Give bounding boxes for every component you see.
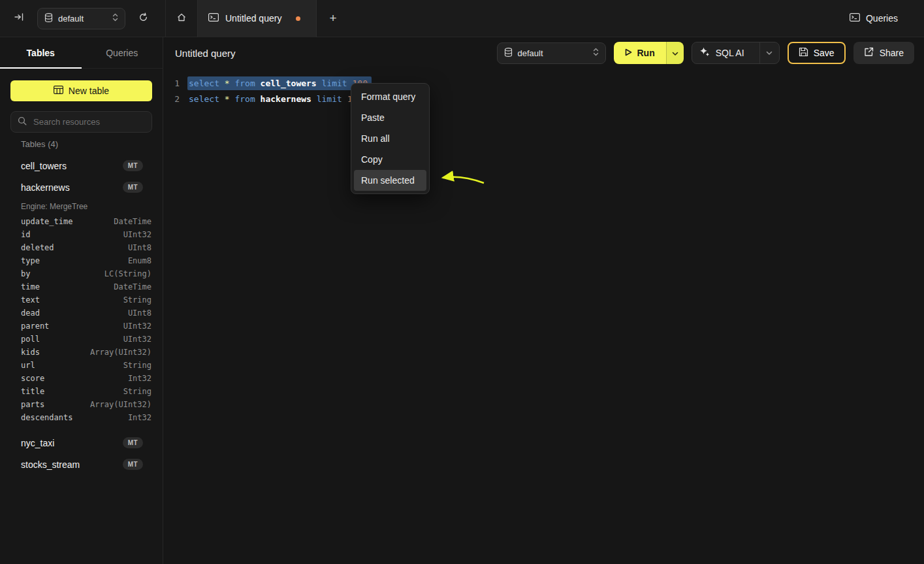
code-token	[255, 78, 261, 88]
code-line[interactable]: 1select * from cell_towers limit 100	[163, 76, 924, 91]
code-token: from	[234, 78, 255, 88]
topbar-database-select[interactable]: default	[37, 8, 125, 29]
menu-item-run-all[interactable]: Run all	[354, 128, 426, 149]
column-name: kids	[21, 348, 40, 357]
topbar: default Untitled query + Queries	[0, 0, 924, 37]
column-type: String	[123, 387, 151, 396]
new-table-label: New table	[69, 86, 109, 96]
column-type: String	[123, 295, 151, 305]
table-row[interactable]: stocks_streamMT	[0, 454, 163, 475]
sidebar-tab-tables-label: Tables	[27, 48, 55, 58]
column-type: UInt32	[123, 230, 151, 239]
code-text: select * from hackernews limit 100	[189, 91, 362, 107]
query-header: Untitled query default Run	[163, 37, 924, 69]
column-type: Enum8	[128, 256, 151, 265]
column-row: descendantsInt32	[0, 411, 163, 424]
menu-item-paste[interactable]: Paste	[354, 107, 426, 128]
database-icon	[44, 13, 53, 24]
selection-highlight: select * from cell_towers limit 100	[187, 76, 372, 90]
table-name: cell_towers	[21, 161, 67, 171]
run-button-group: Run	[614, 42, 684, 64]
tab-untitled-query[interactable]: Untitled query	[197, 0, 317, 37]
column-name: parent	[21, 322, 49, 331]
engine-badge: MT	[123, 160, 143, 171]
code-line[interactable]: 2select * from hackernews limit 100	[163, 91, 924, 107]
search-box	[10, 111, 152, 133]
collapse-sidebar-button[interactable]	[8, 7, 30, 29]
sidebar-tabs: Tables Queries	[0, 37, 163, 69]
column-row: scoreInt32	[0, 372, 163, 385]
new-table-button[interactable]: New table	[10, 80, 152, 101]
column-row: timeDateTime	[0, 280, 163, 293]
code-token: cell_towers	[261, 78, 317, 88]
column-row: deadUInt8	[0, 307, 163, 320]
run-options-button[interactable]	[666, 42, 684, 64]
column-name: url	[21, 361, 35, 370]
code-token	[342, 94, 347, 104]
sql-ai-options-button[interactable]	[759, 42, 779, 63]
context-menu: Format queryPasteRun allCopyRun selected	[351, 83, 430, 194]
column-type: Int32	[128, 374, 151, 383]
table-engine: Engine: MergeTree	[0, 198, 163, 215]
sidebar-tab-queries[interactable]: Queries	[82, 37, 163, 68]
sql-ai-label: SQL AI	[716, 48, 744, 58]
table-row[interactable]: nyc_taxiMT	[0, 432, 163, 454]
table-row[interactable]: hackernewsMT	[0, 176, 163, 198]
refresh-icon	[138, 12, 148, 25]
table-name: stocks_stream	[21, 459, 80, 470]
column-type: UInt8	[128, 243, 151, 252]
save-button[interactable]: Save	[788, 42, 846, 64]
share-button[interactable]: Share	[853, 42, 914, 64]
table-grid-icon	[54, 86, 63, 96]
code-token: *	[225, 78, 230, 88]
column-row: textString	[0, 293, 163, 307]
column-row: titleString	[0, 385, 163, 398]
menu-item-run-selected[interactable]: Run selected	[354, 170, 426, 191]
column-type: DateTime	[114, 217, 151, 226]
table-name: nyc_taxi	[21, 438, 54, 448]
queries-button[interactable]: Queries	[850, 13, 898, 24]
play-icon	[625, 48, 632, 58]
column-row: byLC(String)	[0, 267, 163, 280]
table-row[interactable]: cell_towersMT	[0, 155, 163, 176]
column-row: idUInt32	[0, 228, 163, 241]
updown-chevron-icon	[593, 48, 599, 58]
save-icon	[799, 47, 808, 59]
sql-editor[interactable]: 1select * from cell_towers limit 1002sel…	[163, 69, 924, 564]
column-name: poll	[21, 335, 40, 344]
column-type: Array(UInt32)	[90, 348, 151, 357]
new-tab-button[interactable]: +	[317, 0, 349, 37]
plus-icon: +	[329, 11, 336, 25]
query-tab-icon	[208, 12, 219, 24]
column-name: score	[21, 374, 44, 383]
column-type: DateTime	[114, 282, 151, 291]
column-name: by	[21, 269, 30, 278]
engine-badge: MT	[123, 459, 143, 470]
collapse-sidebar-icon	[14, 12, 24, 24]
code-token: select	[189, 94, 219, 104]
engine-badge: MT	[123, 437, 143, 448]
code-token	[255, 94, 261, 104]
code-token	[317, 78, 322, 88]
refresh-button[interactable]	[132, 7, 154, 29]
code-token	[219, 78, 225, 88]
menu-item-format-query[interactable]: Format query	[354, 86, 426, 107]
code-token	[219, 94, 225, 104]
code-token: limit	[317, 94, 342, 104]
sidebar-tab-tables[interactable]: Tables	[0, 37, 82, 68]
columns-list: update_timeDateTimeidUInt32deletedUInt8t…	[0, 215, 163, 424]
home-tab[interactable]	[166, 0, 197, 37]
run-button[interactable]: Run	[614, 42, 666, 64]
sql-ai-button[interactable]: SQL AI	[692, 42, 780, 64]
column-name: parts	[21, 400, 44, 409]
topbar-database-select-value: default	[58, 14, 84, 24]
code-lines: 1select * from cell_towers limit 1002sel…	[163, 76, 924, 107]
tables-section: Tables (4) cell_towersMThackernewsMTEngi…	[0, 138, 163, 475]
code-token: limit	[322, 78, 347, 88]
menu-item-copy[interactable]: Copy	[354, 149, 426, 170]
query-database-select-value: default	[518, 48, 543, 58]
column-row: update_timeDateTime	[0, 215, 163, 228]
column-row: parentUInt32	[0, 320, 163, 333]
search-input[interactable]	[32, 116, 145, 127]
query-database-select[interactable]: default	[497, 42, 606, 64]
